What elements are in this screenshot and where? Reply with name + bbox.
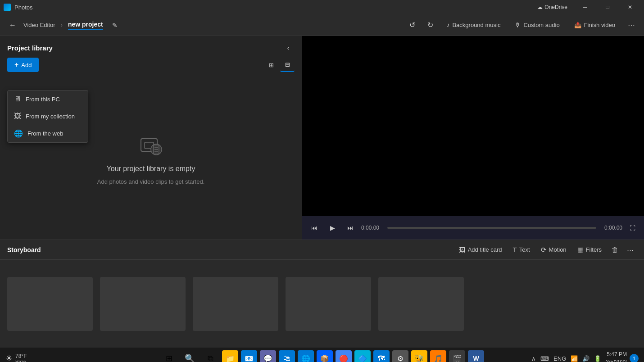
tray-expand-icon[interactable]: ∧ [530,354,538,362]
pc-icon: 🖥 [14,95,21,103]
add-title-card-button[interactable]: 🖼 Add title card [454,243,507,257]
main-area: Project library ‹ + Add ⊞ ⊟ 🖥 From this … [0,36,644,240]
finish-video-button[interactable]: 📤 Finish video [569,18,621,32]
clock-time: 5:47 PM [606,351,627,358]
maximize-button[interactable]: □ [597,0,618,14]
onedrive-icon: ☁ [537,4,543,10]
text-label: Text [519,246,530,253]
weather-icon: ☀ [5,353,13,362]
search-button[interactable]: 🔍 [181,349,199,362]
collapse-button[interactable]: ‹ [282,41,295,54]
view-toggle: ⊞ ⊟ [264,58,295,72]
system-tray: ∧ ⌨ ENG 📶 🔊 🔋 [530,354,603,362]
taskbar-app-vlc[interactable]: 🎵 [430,350,446,362]
background-music-label: Background music [452,22,500,28]
taskbar-app-dropbox[interactable]: 📦 [317,350,333,362]
add-dropdown-menu: 🖥 From this PC 🖼 From my collection 🌐 Fr… [7,90,88,143]
from-pc-label: From this PC [26,96,60,103]
volume-icon[interactable]: 🔊 [581,354,591,362]
taskview-button[interactable]: ⧉ [201,349,219,362]
storyboard-title: Storyboard [7,246,41,253]
clock-date: 3/5/2022 [606,358,627,362]
onedrive-label: OneDrive [544,4,567,10]
skip-back-button[interactable]: ⏮ [307,221,322,235]
time-current: 0:00.00 [361,225,384,231]
story-card-2[interactable] [100,277,186,331]
taskbar-app-browser2[interactable]: 🔷 [354,350,371,362]
add-label: Add [21,62,32,68]
left-panel: Project library ‹ + Add ⊞ ⊟ 🖥 From this … [0,36,302,240]
text-button[interactable]: T Text [508,243,535,257]
story-card-4[interactable] [286,277,371,331]
view-large-button[interactable]: ⊞ [264,58,278,72]
panel-title: Project library [7,44,53,52]
video-preview[interactable] [302,36,644,216]
filters-icon: ▦ [577,246,584,254]
taskbar-app-chrome[interactable]: 🔴 [336,350,352,362]
toolbar: ← Video Editor › new project ✎ ↺ ↻ ♪ Bac… [0,14,644,36]
weather-widget[interactable]: ☀ 78°F Haze [5,353,27,362]
progress-bar[interactable] [387,227,596,229]
toolbar-left: ← Video Editor › new project ✎ [5,18,405,32]
motion-icon: ⟳ [541,246,547,254]
skip-forward-button[interactable]: ⏭ [343,221,358,235]
storyboard-content [0,260,644,348]
story-card-3[interactable] [193,277,278,331]
taskbar: ☀ 78°F Haze ⊞ 🔍 ⧉ 📁 📧 💬 🛍 🌐 📦 🔴 🔷 🗺 ⚙ 🐝 … [0,348,644,362]
add-title-card-label: Add title card [468,246,502,253]
right-panel: ⏮ ▶ ⏭ 0:00.00 0:00.00 ⛶ [302,36,644,240]
filters-label: Filters [586,246,602,253]
start-button[interactable]: ⊞ [160,349,178,362]
from-collection-item[interactable]: 🖼 From my collection [8,108,88,125]
storyboard-header: Storyboard 🖼 Add title card T Text ⟳ Mot… [0,240,644,260]
undo-button[interactable]: ↺ [405,18,420,32]
keyboard-icon[interactable]: ⌨ [539,354,551,362]
taskbar-app-edge[interactable]: 🌐 [298,350,314,362]
taskbar-app-obs[interactable]: 🎬 [449,350,465,362]
story-card-5[interactable] [378,277,464,331]
battery-icon[interactable]: 🔋 [592,354,603,362]
breadcrumb-parent: Video Editor [23,22,55,28]
title-card-icon: 🖼 [459,246,466,253]
lang-label[interactable]: ENG [552,354,568,362]
taskbar-app-store[interactable]: 🛍 [279,350,295,362]
from-pc-item[interactable]: 🖥 From this PC [8,90,88,108]
more-options-button[interactable]: ⋯ [624,18,639,32]
minimize-button[interactable]: ─ [575,0,595,14]
redo-button[interactable]: ↻ [423,18,438,32]
filters-button[interactable]: ▦ Filters [573,243,606,257]
project-title: new project [68,21,103,30]
add-plus-icon: + [14,61,18,69]
motion-button[interactable]: ⟳ Motion [536,243,571,257]
add-button[interactable]: + Add [7,58,39,72]
custom-audio-label: Custom audio [523,22,559,28]
taskbar-center: ⊞ 🔍 ⧉ 📁 📧 💬 🛍 🌐 📦 🔴 🔷 🗺 ⚙ 🐝 🎵 🎬 W [160,349,484,362]
story-card-1[interactable] [7,277,93,331]
wifi-icon[interactable]: 📶 [569,354,580,362]
taskbar-app-settings[interactable]: ⚙ [392,350,408,362]
back-button[interactable]: ← [5,18,20,32]
background-music-button[interactable]: ♪ Background music [441,18,506,32]
delete-button[interactable]: 🗑 [608,243,621,257]
taskbar-app-api[interactable]: 🐝 [411,350,427,362]
storyboard: Storyboard 🖼 Add title card T Text ⟳ Mot… [0,240,644,348]
notification-badge[interactable]: 1 [630,354,639,362]
system-clock[interactable]: 5:47 PM 3/5/2022 [606,351,627,362]
fullscreen-button[interactable]: ⛶ [626,222,639,234]
taskbar-app-files[interactable]: 📁 [222,350,238,362]
custom-audio-button[interactable]: 🎙 Custom audio [509,18,565,32]
taskbar-app-maps[interactable]: 🗺 [373,350,390,362]
taskbar-app-mail[interactable]: 📧 [241,350,257,362]
taskbar-right: ∧ ⌨ ENG 📶 🔊 🔋 5:47 PM 3/5/2022 1 [530,351,639,362]
view-small-button[interactable]: ⊟ [280,58,295,72]
taskbar-app-teams[interactable]: 💬 [260,350,276,362]
taskbar-app-word[interactable]: W [468,350,484,362]
close-button[interactable]: ✕ [620,0,640,14]
panel-header: Project library ‹ [0,36,302,58]
play-button[interactable]: ▶ [325,221,340,235]
toolbar-right: ↺ ↻ ♪ Background music 🎙 Custom audio 📤 … [405,18,639,32]
collection-icon: 🖼 [14,112,21,120]
edit-title-button[interactable]: ✎ [109,19,121,32]
from-web-item[interactable]: 🌐 From the web [8,125,88,142]
storyboard-more-button[interactable]: ⋯ [623,243,637,257]
